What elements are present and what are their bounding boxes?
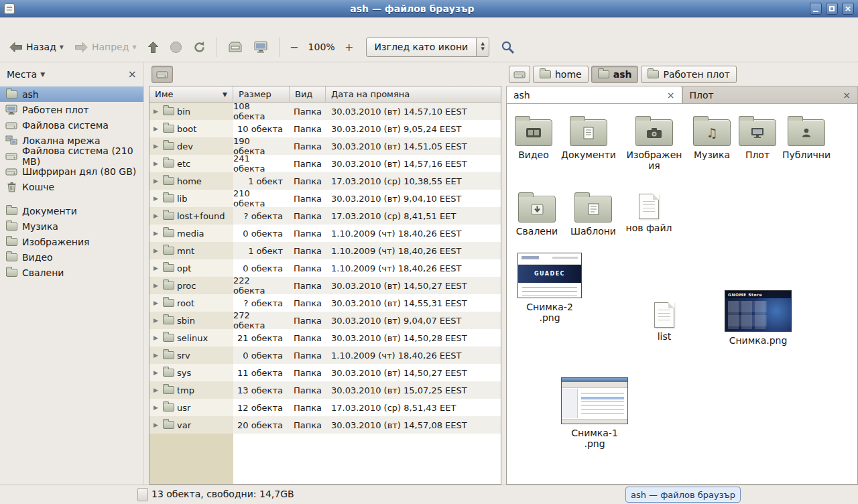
table-row[interactable]: ▶ tmp 13 обекта Папка 30.03.2010 (вт) 15… — [149, 381, 501, 399]
sidebar-item[interactable]: Кошче — [0, 179, 143, 194]
file-item-documents[interactable]: Документи — [562, 115, 615, 160]
pane-grip[interactable] — [137, 488, 148, 501]
expander-icon[interactable]: ▶ — [154, 387, 160, 393]
sidebar-item[interactable]: Работен плот — [0, 102, 143, 117]
zoom-in-button[interactable]: + — [341, 38, 358, 56]
pane-splitter[interactable] — [501, 62, 506, 485]
column-header-name[interactable]: Име ▼ — [149, 86, 233, 103]
table-row[interactable]: ▶ root ? обекта Папка 30.03.2010 (вт) 14… — [149, 294, 501, 312]
expander-icon[interactable]: ▶ — [154, 352, 160, 359]
tab-ash[interactable]: ash × — [506, 86, 682, 103]
table-row[interactable]: ▶ dev 190 обекта Папка 30.03.2010 (вт) 1… — [149, 137, 501, 155]
file-item-snimka-1[interactable]: Снимка-1.png — [561, 377, 628, 449]
back-button[interactable]: Назад ▼ — [4, 35, 68, 59]
breadcrumb-filesystem-button[interactable] — [151, 66, 173, 83]
tab-close-icon[interactable]: × — [667, 90, 675, 100]
search-button[interactable] — [496, 35, 519, 59]
sidebar-item[interactable]: Файлова система (210 MB) — [0, 148, 143, 164]
expander-icon[interactable]: ▶ — [154, 143, 160, 149]
expander-icon[interactable]: ▶ — [154, 334, 160, 341]
sidebar-item[interactable]: Свалени — [0, 265, 143, 280]
table-row[interactable]: ▶ etc 241 обекта Папка 30.03.2010 (вт) 1… — [149, 155, 501, 172]
sidebar-item[interactable]: Файлова система — [0, 117, 143, 133]
expander-icon[interactable]: ▶ — [154, 422, 160, 428]
menu-item[interactable] — [44, 24, 58, 25]
menu-item[interactable] — [58, 24, 71, 25]
expander-icon[interactable]: ▶ — [154, 247, 160, 254]
maximize-button[interactable] — [826, 3, 838, 15]
home-button[interactable] — [223, 35, 247, 59]
breadcrumb-home-button[interactable]: home — [533, 66, 589, 83]
table-row[interactable]: ▶ mnt 1 обект Папка 1.10.2009 (чт) 18,40… — [149, 242, 501, 259]
menu-item[interactable] — [71, 24, 84, 25]
table-row[interactable]: ▶ proc 222 обекта Папка 30.03.2010 (вт) … — [149, 277, 501, 294]
sidebar-close-button[interactable]: × — [128, 69, 137, 80]
file-item-images[interactable]: Изображения — [624, 115, 684, 171]
reload-button[interactable] — [188, 35, 210, 59]
file-item-snimka-2[interactable]: GUADEC Снимка-2.png — [516, 253, 583, 323]
file-item-templates[interactable]: Шаблони — [566, 191, 620, 237]
expander-icon[interactable]: ▶ — [154, 195, 160, 202]
file-item-video[interactable]: Видео — [507, 115, 560, 160]
file-item-new-file[interactable]: нов файл — [621, 191, 677, 233]
table-row[interactable]: ▶ opt 0 обекта Папка 1.10.2009 (чт) 18,4… — [149, 259, 501, 277]
expander-icon[interactable]: ▶ — [154, 125, 160, 132]
up-button[interactable] — [143, 35, 164, 59]
chevron-down-icon[interactable]: ▼ — [40, 71, 45, 78]
breadcrumb-ash-button[interactable]: ash — [591, 66, 639, 83]
sidebar-item[interactable]: Шифриран дял (80 GB) — [0, 164, 143, 179]
breadcrumb-desktop-button[interactable]: Работен плот — [641, 66, 736, 83]
view-mode-select[interactable]: Изглед като икони ▲▼ — [366, 38, 490, 57]
expander-icon[interactable]: ▶ — [154, 282, 160, 289]
menu-item[interactable] — [17, 24, 31, 25]
table-row[interactable]: ▶ usr 12 обекта Папка 17.03.2010 (ср) 8,… — [149, 399, 501, 416]
close-button[interactable]: × — [842, 3, 854, 15]
table-row[interactable]: ▶ home 1 обект Папка 17.03.2010 (ср) 10,… — [149, 172, 501, 190]
table-row[interactable]: ▶ srv 0 обекта Папка 1.10.2009 (чт) 18,4… — [149, 346, 501, 364]
table-row[interactable]: ▶ sbin 272 обекта Папка 30.03.2010 (вт) … — [149, 312, 501, 329]
column-header-type[interactable]: Вид — [290, 86, 326, 103]
sidebar-header[interactable]: Места ▼ × — [0, 62, 143, 86]
tab-plot[interactable]: Плот × — [682, 86, 858, 103]
zoom-out-button[interactable]: − — [286, 38, 303, 56]
taskbar-window-button[interactable]: ash — файлов браузър — [625, 487, 741, 503]
minimize-button[interactable] — [810, 3, 822, 15]
table-row[interactable]: ▶ sys 11 обекта Папка 30.03.2010 (вт) 14… — [149, 364, 501, 381]
expander-icon[interactable]: ▶ — [154, 369, 160, 376]
expander-icon[interactable]: ▶ — [154, 265, 160, 271]
table-row[interactable]: ▶ selinux 21 обекта Папка 30.03.2010 (вт… — [149, 329, 501, 346]
table-row[interactable]: ▶ lost+found ? обекта Папка 17.03.2010 (… — [149, 207, 501, 225]
sidebar-item[interactable]: Изображения — [0, 234, 143, 249]
table-row[interactable]: ▶ lib 210 обекта Папка 30.03.2010 (вт) 9… — [149, 190, 501, 207]
expander-icon[interactable]: ▶ — [154, 108, 160, 115]
expander-icon[interactable]: ▶ — [154, 230, 160, 237]
expander-icon[interactable]: ▶ — [154, 212, 160, 219]
forward-button[interactable]: Напред ▼ — [70, 35, 141, 59]
back-history-chevron-icon[interactable]: ▼ — [60, 44, 64, 50]
file-item-snimka[interactable]: GNOME Store Снимка.png — [721, 290, 795, 346]
sidebar-item[interactable]: Видео — [0, 249, 143, 265]
menu-item[interactable] — [31, 24, 44, 25]
table-row[interactable]: ▶ media 0 обекта Папка 1.10.2009 (чт) 18… — [149, 225, 501, 242]
titlebar[interactable]: ash — файлов браузър × — [0, 0, 858, 17]
combo-stepper-icon[interactable]: ▲▼ — [476, 38, 489, 56]
sidebar-item[interactable]: ash — [0, 86, 143, 102]
file-item-list[interactable]: list — [637, 300, 691, 342]
file-item-downloads[interactable]: Свалени — [510, 191, 564, 237]
menu-item[interactable] — [4, 24, 17, 25]
table-row[interactable]: ▶ var 20 обекта Папка 30.03.2010 (вт) 14… — [149, 416, 501, 434]
expander-icon[interactable]: ▶ — [154, 160, 160, 167]
sidebar-item[interactable]: Документи — [0, 203, 143, 218]
stop-button[interactable] — [165, 35, 187, 59]
expander-icon[interactable]: ▶ — [154, 404, 160, 411]
expander-icon[interactable]: ▶ — [154, 317, 160, 324]
icon-view[interactable]: Видео Документи — [506, 104, 858, 485]
tab-close-icon[interactable]: × — [843, 90, 851, 100]
sidebar-item[interactable]: Музика — [0, 218, 143, 234]
expander-icon[interactable]: ▶ — [154, 178, 160, 184]
table-row[interactable]: ▶ bin 108 обекта Папка 30.03.2010 (вт) 1… — [149, 103, 501, 120]
computer-button[interactable] — [249, 35, 273, 59]
expander-icon[interactable]: ▶ — [154, 300, 160, 306]
table-row[interactable]: ▶ boot 10 обекта Папка 30.03.2010 (вт) 9… — [149, 120, 501, 137]
column-header-date[interactable]: Дата на промяна — [326, 86, 501, 103]
